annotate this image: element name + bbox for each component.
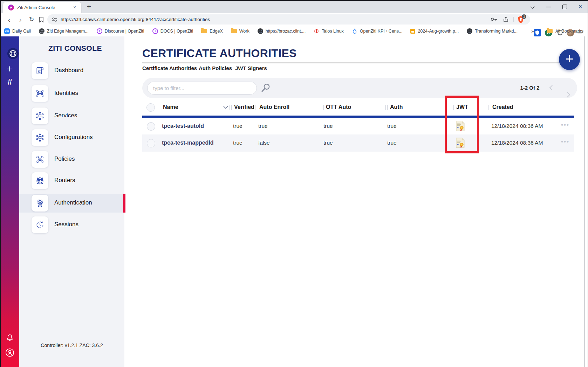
sidebar-item-services[interactable]: Services	[19, 106, 124, 125]
table-row[interactable]: tpca-test-mappedId true false true true …	[142, 134, 574, 152]
forward-button[interactable]	[15, 15, 25, 25]
sidebar-item-configurations[interactable]: Configurations	[19, 128, 124, 147]
sidebar-item-label: Routers	[54, 177, 75, 184]
tune-icon[interactable]	[52, 17, 57, 22]
select-all-checkbox[interactable]	[146, 103, 155, 112]
column-header-auto-enroll[interactable]: Auto Enroll	[259, 104, 289, 110]
zoom-app-icon	[4, 28, 10, 34]
window-maximize-button[interactable]	[559, 1, 570, 12]
scrollbar-track[interactable]	[584, 36, 585, 367]
reload-button[interactable]	[27, 15, 36, 25]
sidebar-item-dashboard[interactable]: Dashboard	[19, 61, 124, 80]
column-separator	[255, 105, 257, 110]
bitwarden-extension-icon[interactable]	[534, 29, 541, 36]
notifications-bell-icon[interactable]	[6, 333, 14, 342]
pagination-prev-icon[interactable]	[547, 84, 554, 91]
window-minimize-button[interactable]	[543, 1, 555, 12]
window-close-button[interactable]	[574, 1, 586, 12]
share-icon[interactable]	[503, 16, 509, 22]
sidebar-item-authentication[interactable]: Authentication	[19, 194, 124, 213]
divider	[543, 28, 543, 34]
bookmark-ziti-edge[interactable]: Ziti Edge Managem...	[39, 28, 89, 34]
sidebar-item-policies[interactable]: Policies	[19, 150, 124, 169]
add-certificate-authority-button[interactable]	[559, 49, 580, 70]
rail-hash-icon[interactable]	[0, 77, 19, 87]
bookmark-talos[interactable]: Talos Linux	[314, 28, 344, 34]
back-button[interactable]	[4, 15, 14, 25]
bookmark-2024-aug-growth[interactable]: 2024-Aug-growth.p...	[410, 29, 459, 34]
row-created: 12/18/2024 08:36 AM	[491, 140, 543, 146]
sidebar-item-sessions[interactable]: Sessions	[19, 215, 124, 234]
jwt-column-highlight-annotation	[445, 96, 479, 153]
tab-strip: Ziti Admin Console ×	[0, 0, 588, 13]
profile-icon[interactable]	[5, 348, 14, 357]
row-name[interactable]: tpca-test-autoId	[162, 123, 204, 129]
sidebar-item-identities[interactable]: Identities	[19, 84, 124, 103]
rail-add-icon[interactable]	[0, 63, 19, 75]
gears-star-icon	[32, 151, 48, 168]
row-menu-icon[interactable]	[561, 138, 569, 145]
bookmark-transforming-markd[interactable]: Transforming Markd...	[467, 28, 518, 34]
site-icon	[258, 28, 263, 34]
bookmark-docs-openziti[interactable]: DOCS | OpenZiti	[152, 28, 193, 34]
sidebar-item-label: Identities	[54, 90, 78, 97]
row-name[interactable]: tpca-test-mappedId	[162, 140, 214, 146]
browser-toolbar: https://ctrl.cdaws.clint.demo.openziti.o…	[0, 13, 588, 26]
sort-chevron-icon[interactable]	[223, 105, 228, 109]
router-circuit-icon	[32, 172, 48, 189]
fingerprint-icon	[32, 85, 48, 102]
column-separator	[230, 105, 232, 110]
tab-search-icon[interactable]	[527, 1, 539, 12]
sidebar-item-routers[interactable]: Routers	[19, 171, 124, 190]
bookmark-daily-call[interactable]: Daily Call	[4, 28, 31, 34]
search-icon[interactable]	[261, 83, 271, 94]
bookmark-discourse[interactable]: Discourse | OpenZiti	[97, 28, 144, 34]
bookmark-folder-edgex[interactable]: EdgeX	[201, 29, 223, 34]
divider	[142, 62, 578, 63]
table-row[interactable]: tpca-test-autoId true true true true 12/…	[142, 118, 574, 134]
browser-tab[interactable]: Ziti Admin Console ×	[3, 2, 81, 13]
row-auth: true	[387, 140, 397, 146]
bookmark-brozac[interactable]: https://brozac.clint....	[258, 28, 306, 34]
reading-list-icon[interactable]	[39, 16, 44, 23]
talos-icon	[314, 28, 319, 34]
sidebar-item-label: Configurations	[54, 134, 93, 141]
row-auto-enroll: true	[258, 123, 268, 129]
openziti-icon	[97, 28, 102, 34]
url-text[interactable]: https://ctrl.cdaws.clint.demo.openziti.o…	[61, 17, 210, 22]
column-header-name[interactable]: Name	[163, 104, 178, 110]
bookmark-openziti-kpi[interactable]: OpenZiti KPI › Cens...	[352, 28, 403, 34]
bookmark-folder-work[interactable]: Work	[231, 29, 249, 34]
column-header-ott-auto[interactable]: OTT Auto	[326, 104, 351, 110]
row-auth: true	[387, 123, 397, 129]
tab-jwt-signers[interactable]: JWT Signers	[235, 65, 267, 71]
row-checkbox[interactable]	[147, 122, 155, 131]
tab-certificate-authorities[interactable]: Certificate Authorities	[142, 65, 197, 71]
folder-icon	[547, 29, 553, 33]
column-header-auth[interactable]: Auth	[390, 104, 403, 110]
all-bookmarks-button[interactable]: All Bookmarks	[547, 29, 583, 34]
sidebar-item-label: Dashboard	[54, 67, 83, 74]
active-item-accent	[123, 194, 125, 213]
sidebar-item-label: Services	[54, 112, 77, 119]
divider	[513, 17, 514, 22]
bookmarks-overflow-icon[interactable]	[531, 28, 534, 34]
tab-close-icon[interactable]: ×	[71, 4, 78, 11]
tab-auth-policies[interactable]: Auth Policies	[199, 65, 232, 71]
column-header-created[interactable]: Created	[492, 104, 513, 110]
address-bar[interactable]: https://ctrl.cdaws.clint.demo.openziti.o…	[47, 14, 530, 25]
folder-icon	[201, 29, 207, 33]
sidebar-item-label: Sessions	[54, 221, 78, 228]
pagination-next-icon[interactable]	[564, 91, 571, 98]
ziti-logo-icon[interactable]	[7, 48, 19, 59]
row-menu-icon[interactable]	[561, 122, 569, 129]
window-frame	[0, 0, 1, 367]
row-checkbox[interactable]	[147, 139, 155, 147]
new-tab-button[interactable]	[85, 3, 93, 11]
filter-input[interactable]	[147, 82, 257, 95]
row-verified: true	[233, 123, 242, 129]
password-key-icon[interactable]	[491, 17, 498, 22]
column-header-verified[interactable]: Verified	[234, 104, 254, 110]
sidebar-item-label: Authentication	[54, 199, 92, 206]
clock-session-icon	[32, 216, 48, 233]
